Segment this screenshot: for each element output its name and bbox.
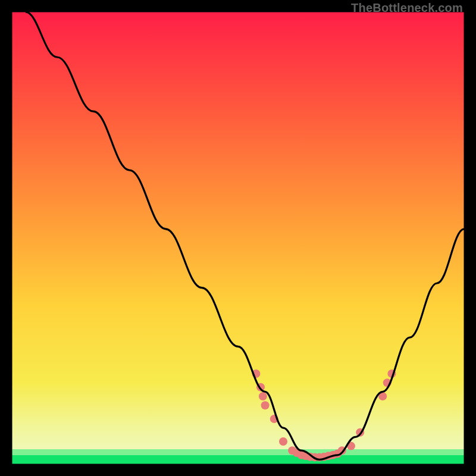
data-marker [279,437,287,446]
data-marker [261,401,270,409]
bottom-green-band [12,455,464,464]
data-marker [259,392,267,400]
chart-frame [12,12,464,464]
watermark-text: TheBottleneck.com [351,1,463,15]
gradient-background [12,12,464,464]
bottom-green-fade [12,449,464,455]
chart-canvas [12,12,464,464]
